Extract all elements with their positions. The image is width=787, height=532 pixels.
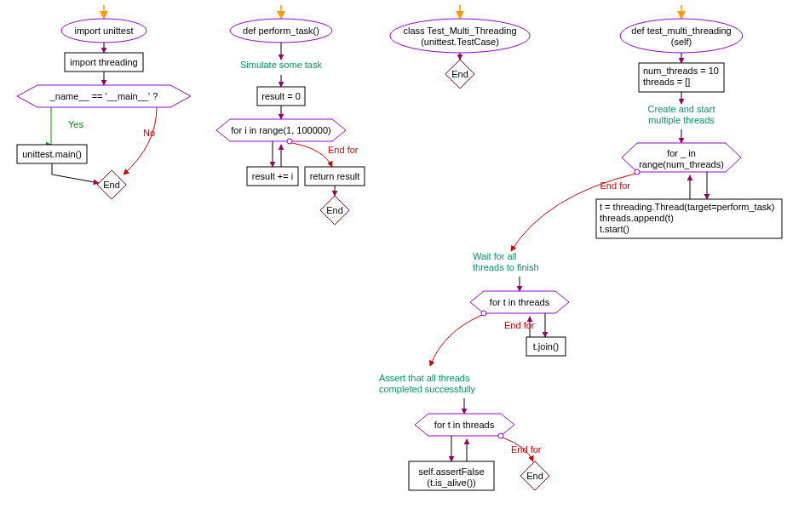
node-end-main: End — [97, 170, 126, 199]
svg-text:threads.append(t): threads.append(t) — [600, 213, 674, 223]
node-end-perform-task: End — [320, 196, 349, 225]
svg-text:import threading: import threading — [70, 57, 138, 67]
svg-text:t.start(): t.start() — [600, 224, 629, 234]
node-def-perform-task: def perform_task() — [230, 19, 332, 43]
svg-text:unittest.main(): unittest.main() — [22, 149, 82, 159]
svg-text:End: End — [451, 69, 468, 79]
flow-test-method: def test_multi_threading (self) num_thre… — [379, 5, 782, 490]
svg-text:threads = []: threads = [] — [643, 77, 690, 87]
comment-simulate-task: Simulate some task — [240, 60, 322, 70]
svg-text:for i in range(1, 100000): for i in range(1, 100000) — [231, 125, 330, 135]
node-end-class: End — [445, 60, 474, 89]
node-name-main-decision: _name__ == '__main__' ? — [17, 85, 191, 107]
svg-text:self.assertFalse: self.assertFalse — [418, 466, 484, 477]
comment-create-start-2: multiple threads — [648, 115, 715, 125]
node-for-num-threads: for _ in range(num_threads) — [622, 143, 741, 174]
svg-text:range(num_threads): range(num_threads) — [639, 159, 724, 169]
svg-text:num_threads = 10: num_threads = 10 — [643, 66, 719, 76]
svg-text:result += i: result += i — [252, 171, 293, 181]
svg-text:End: End — [526, 471, 543, 481]
svg-text:(unittest.TestCase): (unittest.TestCase) — [421, 37, 499, 47]
end-for-label: End for — [600, 180, 631, 191]
node-import-threading: import threading — [65, 53, 143, 72]
flow-main: import unittest import threading _name__… — [17, 5, 191, 199]
svg-text:for t in threads: for t in threads — [434, 420, 495, 430]
end-for-label: End for — [328, 145, 359, 155]
svg-text:for _ in: for _ in — [667, 148, 696, 158]
node-import-unittest: import unittest — [61, 19, 146, 43]
comment-assert-2: completed successfully — [379, 384, 476, 394]
flowchart-canvas: import unittest import threading _name__… — [0, 0, 787, 532]
svg-text:def test_multi_threading: def test_multi_threading — [631, 26, 731, 36]
loop-exit-edge — [430, 315, 482, 366]
flow-perform-task: def perform_task() Simulate some task re… — [216, 5, 365, 225]
node-thread-body: t = threading.Thread(target=perform_task… — [596, 199, 782, 238]
no-label: No — [143, 128, 155, 138]
node-init-threads: num_threads = 10 threads = [] — [639, 63, 724, 92]
node-assert-false: self.assertFalse (t.is_alive()) — [409, 461, 494, 490]
node-result-plus-i: result += i — [247, 167, 298, 186]
svg-text:class Test_Multi_Threading: class Test_Multi_Threading — [403, 26, 516, 36]
svg-text:_name__ == '__main__' ?: _name__ == '__main__' ? — [49, 91, 158, 101]
flow-edge — [52, 163, 99, 183]
yes-label: Yes — [68, 119, 83, 129]
svg-text:for t in threads: for t in threads — [490, 297, 550, 307]
svg-text:result = 0: result = 0 — [261, 91, 301, 101]
node-def-test-method: def test_multi_threading (self) — [620, 19, 743, 53]
node-return-result: return result — [305, 167, 365, 186]
comment-assert: Assert that all threads — [379, 373, 470, 383]
svg-text:return result: return result — [310, 171, 360, 181]
svg-text:t = threading.Thread(target=pe: t = threading.Thread(target=perform_task… — [600, 202, 774, 212]
svg-text:t.join(): t.join() — [533, 341, 560, 352]
svg-text:End: End — [326, 205, 343, 215]
node-for-range: for i in range(1, 100000) — [216, 119, 346, 144]
node-end-test-method: End — [520, 461, 549, 490]
comment-wait-all: Wait for all — [473, 251, 517, 261]
comment-wait-all-2: threads to finish — [473, 262, 539, 272]
svg-text:(self): (self) — [671, 37, 692, 47]
node-t-join: t.join() — [526, 337, 566, 356]
svg-text:(t.is_alive()): (t.is_alive()) — [427, 478, 475, 488]
node-unittest-main: unittest.main() — [17, 145, 87, 163]
node-result-zero: result = 0 — [257, 87, 305, 106]
node-for-threads-assert: for t in threads — [415, 414, 514, 438]
end-for-label: End for — [504, 320, 535, 330]
svg-point-16 — [287, 139, 292, 144]
flow-class: class Test_Multi_Threading (unittest.Tes… — [390, 5, 530, 89]
svg-text:def perform_task(): def perform_task() — [243, 26, 319, 36]
end-for-label: End for — [511, 444, 542, 455]
comment-create-start: Create and start — [648, 104, 715, 114]
node-for-threads-join: for t in threads — [470, 291, 569, 316]
no-edge — [124, 107, 157, 174]
loop-exit-edge — [292, 143, 332, 167]
node-class-def: class Test_Multi_Threading (unittest.Tes… — [390, 19, 530, 53]
svg-text:End: End — [103, 180, 120, 190]
svg-text:import unittest: import unittest — [74, 26, 133, 36]
